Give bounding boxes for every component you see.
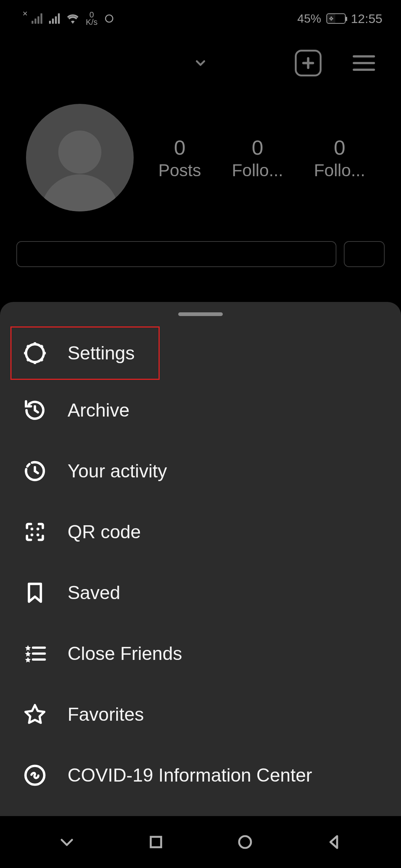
system-nav-bar xyxy=(0,816,401,868)
network-speed: 0 K/s xyxy=(86,11,98,26)
svg-line-9 xyxy=(27,359,29,361)
menu-item-favorites[interactable]: Favorites xyxy=(0,684,401,745)
signal-sim2-icon xyxy=(49,13,60,24)
menu-item-close-friends[interactable]: Close Friends xyxy=(0,623,401,684)
svg-line-8 xyxy=(40,359,43,361)
menu-label: Close Friends xyxy=(68,643,182,664)
nav-keyboard-down-button[interactable] xyxy=(50,825,84,859)
svg-point-14 xyxy=(36,533,39,536)
status-left: ✕ 0 K/s xyxy=(22,11,114,26)
status-right: 45% ❖ 12:55 xyxy=(297,11,382,26)
menu-item-qr-code[interactable]: QR code xyxy=(0,502,401,562)
battery-icon: ❖ xyxy=(326,13,346,24)
star-icon xyxy=(22,701,48,728)
profile-stats: 0 Posts 0 Follo... 0 Follo... xyxy=(145,135,379,180)
posts-label: Posts xyxy=(158,160,201,180)
no-sim-icon: ✕ xyxy=(22,10,28,18)
hamburger-menu-button[interactable] xyxy=(349,48,379,78)
followers-label: Follo... xyxy=(232,160,283,180)
profile-header xyxy=(0,37,401,89)
clock: 12:55 xyxy=(351,11,382,26)
following-count: 0 xyxy=(314,135,365,160)
gear-icon xyxy=(22,340,48,366)
archive-icon xyxy=(22,397,48,424)
followers-count: 0 xyxy=(232,135,283,160)
svg-point-12 xyxy=(36,527,39,530)
status-circle-icon xyxy=(104,14,114,23)
status-bar: ✕ 0 K/s 45% ❖ 12:55 xyxy=(0,0,401,37)
menu-label: Archive xyxy=(68,400,130,421)
profile-summary: 0 Posts 0 Follo... 0 Follo... xyxy=(0,89,401,219)
menu-item-saved[interactable]: Saved xyxy=(0,562,401,623)
menu-label: QR code xyxy=(68,521,141,543)
followers-stat[interactable]: 0 Follo... xyxy=(232,135,283,180)
menu-item-your-activity[interactable]: Your activity xyxy=(0,441,401,502)
edit-profile-row xyxy=(16,241,385,267)
nav-recents-button[interactable] xyxy=(139,825,173,859)
following-label: Follo... xyxy=(314,160,365,180)
sheet-drag-handle[interactable] xyxy=(178,312,223,316)
menu-item-covid-info[interactable]: COVID-19 Information Center xyxy=(0,745,401,806)
svg-rect-19 xyxy=(151,837,161,847)
svg-line-7 xyxy=(27,345,29,348)
bookmark-icon xyxy=(22,579,48,606)
svg-point-2 xyxy=(30,348,40,358)
menu-label: Your activity xyxy=(68,460,167,482)
close-friends-icon xyxy=(22,640,48,667)
posts-stat[interactable]: 0 Posts xyxy=(158,135,201,180)
svg-point-13 xyxy=(30,533,33,536)
nav-home-button[interactable] xyxy=(228,825,262,859)
create-button[interactable] xyxy=(293,48,323,78)
net-speed-unit: K/s xyxy=(86,19,98,26)
chevron-down-icon xyxy=(193,56,208,70)
activity-icon xyxy=(22,458,48,484)
following-stat[interactable]: 0 Follo... xyxy=(314,135,365,180)
hamburger-icon xyxy=(353,55,375,71)
plus-icon xyxy=(295,50,322,76)
username-dropdown[interactable] xyxy=(193,56,208,70)
battery-percent: 45% xyxy=(297,12,321,26)
discover-people-button[interactable] xyxy=(344,241,385,267)
wifi-icon xyxy=(66,13,79,24)
qr-code-icon xyxy=(22,519,48,545)
svg-point-20 xyxy=(239,836,251,848)
svg-line-10 xyxy=(40,345,43,348)
nav-back-button[interactable] xyxy=(317,825,351,859)
signal-sim1-icon xyxy=(32,13,42,24)
edit-profile-button[interactable] xyxy=(16,241,336,267)
menu-label: Settings xyxy=(68,342,135,364)
menu-label: Saved xyxy=(68,582,120,604)
menu-label: COVID-19 Information Center xyxy=(68,765,312,786)
menu-label: Favorites xyxy=(68,704,144,725)
profile-avatar[interactable] xyxy=(26,104,134,211)
menu-item-archive[interactable]: Archive xyxy=(0,380,401,441)
covid-info-icon xyxy=(22,762,48,789)
svg-point-11 xyxy=(30,527,33,530)
posts-count: 0 xyxy=(158,135,201,160)
svg-point-0 xyxy=(105,15,113,22)
menu-item-settings[interactable]: Settings xyxy=(10,326,160,380)
options-menu-list: Settings Archive Your activity QR code S xyxy=(0,326,401,806)
options-bottom-sheet: Settings Archive Your activity QR code S xyxy=(0,302,401,816)
